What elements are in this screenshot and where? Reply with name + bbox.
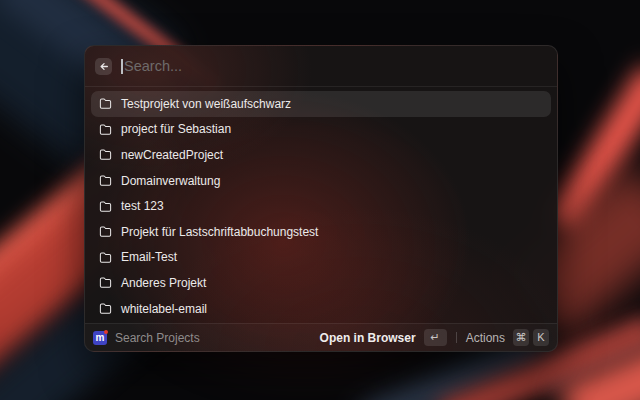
- open-in-browser-button[interactable]: Open in Browser: [320, 331, 416, 345]
- footer-divider: [456, 332, 457, 343]
- mittwald-logo-icon: m: [93, 331, 107, 345]
- list-item[interactable]: project für Sebastian: [91, 117, 551, 143]
- back-button[interactable]: [95, 58, 112, 75]
- arrow-left-icon: [98, 61, 109, 72]
- folder-icon: [99, 97, 112, 110]
- project-name: Anderes Projekt: [121, 276, 206, 290]
- folder-icon: [99, 302, 112, 315]
- actions-button[interactable]: Actions: [466, 331, 505, 345]
- project-name: Email-Test: [121, 250, 177, 264]
- project-list: Testprojekt von weißaufschwarz project f…: [85, 87, 557, 323]
- folder-icon: [99, 225, 112, 238]
- return-key-icon: ↵: [424, 329, 447, 346]
- list-item[interactable]: Email-Test: [91, 245, 551, 271]
- folder-icon: [99, 276, 112, 289]
- project-name: Projekt für Lastschriftabbuchungstest: [121, 225, 318, 239]
- folder-icon: [99, 148, 112, 161]
- list-item[interactable]: whitelabel-email: [91, 296, 551, 322]
- folder-icon: [99, 123, 112, 136]
- project-name: test 123: [121, 199, 164, 213]
- search-bar: [85, 46, 557, 87]
- project-name: whitelabel-email: [121, 302, 207, 316]
- footer-bar: m Search Projects Open in Browser ↵ Acti…: [85, 323, 557, 351]
- list-item[interactable]: Projekt für Lastschriftabbuchungstest: [91, 219, 551, 245]
- project-name: Domainverwaltung: [121, 174, 220, 188]
- logo-letter: m: [96, 333, 105, 343]
- list-item[interactable]: Domainverwaltung: [91, 168, 551, 194]
- logo-red-dot: [104, 330, 108, 334]
- folder-icon: [99, 200, 112, 213]
- list-item[interactable]: Testprojekt von weißaufschwarz: [91, 91, 551, 117]
- project-name: project für Sebastian: [121, 122, 231, 136]
- command-palette-window: Testprojekt von weißaufschwarz project f…: [84, 45, 558, 352]
- folder-icon: [99, 174, 112, 187]
- folder-icon: [99, 251, 112, 264]
- source-label: Search Projects: [115, 331, 200, 345]
- list-item[interactable]: Anderes Projekt: [91, 270, 551, 296]
- text-caret: [121, 59, 123, 74]
- list-item[interactable]: test 123: [91, 193, 551, 219]
- project-name: Testprojekt von weißaufschwarz: [121, 97, 291, 111]
- project-name: newCreatedProject: [121, 148, 223, 162]
- search-input[interactable]: [123, 58, 547, 74]
- command-key-icon: ⌘: [513, 329, 529, 346]
- list-item[interactable]: newCreatedProject: [91, 142, 551, 168]
- k-key-icon: K: [533, 329, 549, 346]
